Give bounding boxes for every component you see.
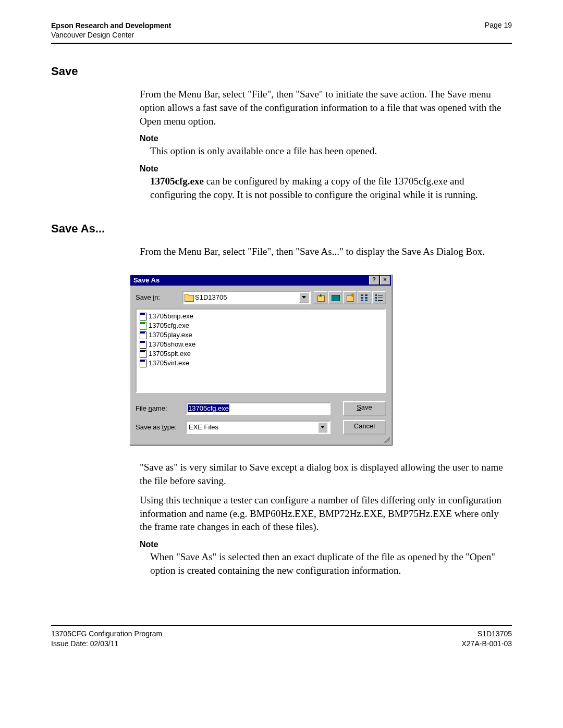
exe-file-icon <box>139 331 147 339</box>
note-text: When "Save As" is selected then an exact… <box>150 550 512 577</box>
filename-value: 13705cfg.exe <box>188 404 229 412</box>
filename-label: File name: <box>136 404 186 412</box>
dropdown-arrow-icon[interactable] <box>299 292 309 303</box>
save-para1: From the Menu Bar, select "File", then "… <box>140 88 512 128</box>
note-bold: 13705cfg.exe <box>150 176 204 187</box>
list-item[interactable]: 13705virt.exe <box>139 359 383 368</box>
list-item[interactable]: 13705play.exe <box>139 330 383 340</box>
list-view-button[interactable] <box>358 291 371 304</box>
footer-date: Issue Date: 02/03/11 <box>51 639 162 648</box>
list-item[interactable]: 13705show.exe <box>139 340 383 349</box>
filename-input[interactable]: 13705cfg.exe <box>186 402 331 415</box>
details-view-button[interactable] <box>372 291 386 304</box>
page-header: Epson Research and Development Vancouver… <box>51 21 512 44</box>
savetype-value: EXE Files <box>189 423 218 431</box>
footer-docnum: X27A-B-001-03 <box>461 639 512 648</box>
help-button[interactable]: ? <box>369 276 379 285</box>
details-view-icon <box>375 294 383 301</box>
header-page: Page 19 <box>485 21 512 40</box>
savetype-combo[interactable]: EXE Files <box>186 421 331 434</box>
savein-label: Save in: <box>136 293 182 301</box>
desktop-button[interactable] <box>328 291 342 304</box>
page-footer: 13705CFG Configuration Program Issue Dat… <box>51 625 512 648</box>
section-saveas-title: Save As... <box>51 222 512 236</box>
list-item[interactable]: 13705bmp.exe <box>139 312 383 321</box>
saveas-para3: Using this technique a tester can config… <box>140 493 512 534</box>
savein-value: S1D13705 <box>195 293 227 301</box>
saveas-para2: "Save as" is very similar to Save except… <box>140 461 512 487</box>
saveas-para1: From the Menu Bar, select "File", then "… <box>140 245 512 258</box>
note-text: This option is only available once a fil… <box>150 144 512 158</box>
up-folder-icon <box>316 294 325 301</box>
exe-file-icon <box>139 350 147 357</box>
desktop-icon <box>331 294 339 301</box>
note-label: Note <box>140 134 512 143</box>
exe-file-icon <box>139 360 147 367</box>
header-org: Epson Research and Development <box>51 21 171 30</box>
note-label: Note <box>140 164 512 174</box>
file-list[interactable]: 13705bmp.exe 13705cfg.exe 13705play.exe … <box>136 309 386 393</box>
savetype-label: Save as type: <box>136 423 186 431</box>
list-item[interactable]: 13705cfg.exe <box>139 321 383 330</box>
new-folder-icon <box>346 294 354 301</box>
dialog-titlebar[interactable]: Save As ? × <box>130 275 391 286</box>
up-one-level-button[interactable] <box>314 291 327 304</box>
savein-combo[interactable]: S1D13705 <box>182 291 311 304</box>
save-button[interactable]: Save <box>343 401 386 416</box>
exe-file-icon <box>139 341 147 348</box>
dialog-title: Save As <box>131 276 368 284</box>
list-item[interactable]: 13705splt.exe <box>139 349 383 359</box>
cancel-button[interactable]: Cancel <box>343 420 386 435</box>
folder-open-icon <box>185 294 193 301</box>
close-button[interactable]: × <box>380 276 390 285</box>
footer-model: S1D13705 <box>461 629 512 638</box>
cfg-file-icon <box>139 322 147 329</box>
dropdown-arrow-icon[interactable] <box>318 422 327 433</box>
exe-file-icon <box>139 313 147 320</box>
note-label: Note <box>140 540 512 549</box>
saveas-dialog: Save As ? × Save in: S1D13705 <box>129 274 392 445</box>
footer-program: 13705CFG Configuration Program <box>51 629 162 638</box>
header-dept: Vancouver Design Center <box>51 30 171 40</box>
note-text: 13705cfg.exe can be configured by making… <box>150 175 512 201</box>
section-save-title: Save <box>51 65 512 78</box>
list-view-icon <box>360 294 369 301</box>
new-folder-button[interactable] <box>343 291 357 304</box>
